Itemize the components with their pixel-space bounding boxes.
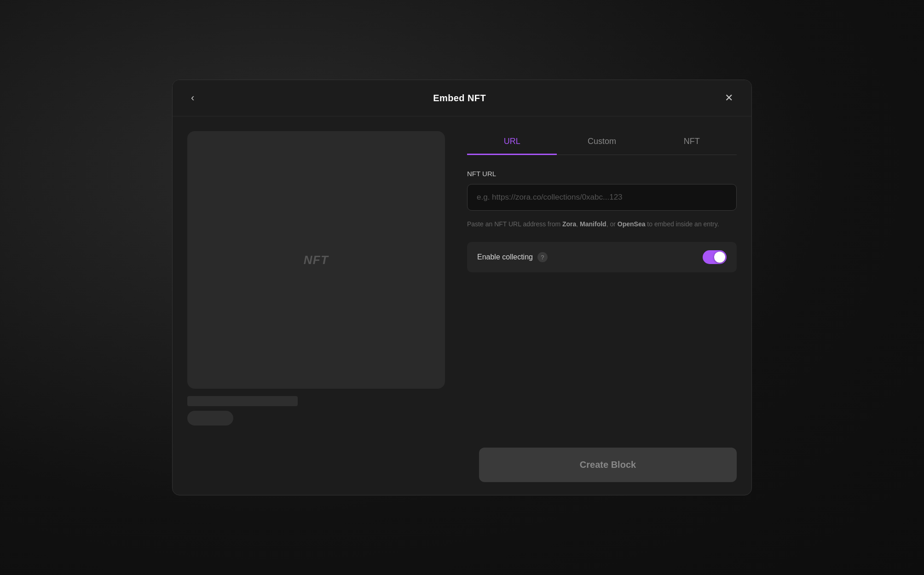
nft-preview-label: NFT [304, 253, 329, 267]
config-panel: URL Custom NFT NFT URL Paste an NFT URL … [467, 131, 737, 437]
back-button[interactable]: ‹ [187, 90, 198, 106]
close-button[interactable]: ✕ [721, 90, 737, 106]
close-icon: ✕ [725, 92, 733, 104]
helper-source-zora: Zora [562, 220, 576, 228]
toggle-label-group: Enable collecting ? [477, 252, 548, 262]
url-input[interactable] [467, 184, 737, 211]
tab-url[interactable]: URL [467, 131, 557, 155]
tab-nft[interactable]: NFT [647, 131, 737, 155]
toggle-track [703, 250, 727, 264]
preview-title-bar [187, 396, 298, 406]
nft-preview-box: NFT [187, 131, 445, 389]
toggle-thumb [714, 252, 725, 263]
helper-source-manifold: Manifold [580, 220, 606, 228]
preview-pill [187, 411, 233, 426]
url-field-label: NFT URL [467, 170, 737, 178]
preview-bottom [187, 396, 445, 437]
back-icon: ‹ [191, 92, 194, 104]
tab-custom[interactable]: Custom [557, 131, 647, 155]
enable-collecting-toggle[interactable] [703, 250, 727, 264]
tabs-row: URL Custom NFT [467, 131, 737, 155]
enable-collecting-row: Enable collecting ? [467, 242, 737, 272]
modal-body: NFT URL Custom NFT NFT UR [173, 116, 751, 437]
create-block-button[interactable]: Create Block [479, 448, 737, 482]
toggle-label: Enable collecting [477, 253, 533, 261]
helper-text: Paste an NFT URL address from Zora, Mani… [467, 219, 737, 229]
modal-footer: Create Block [173, 437, 751, 495]
embed-nft-modal: ‹ Embed NFT ✕ NFT URL [172, 80, 752, 495]
help-icon[interactable]: ? [537, 252, 548, 262]
modal-header: ‹ Embed NFT ✕ [173, 80, 751, 116]
modal-title: Embed NFT [433, 93, 486, 104]
helper-source-opensea: OpenSea [618, 220, 646, 228]
preview-panel: NFT [187, 131, 445, 437]
